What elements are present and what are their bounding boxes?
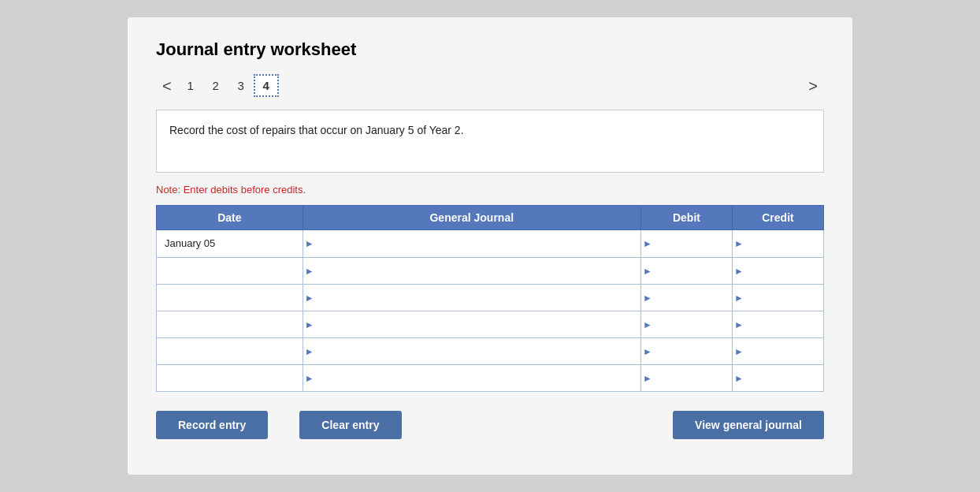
debit-input[interactable] <box>643 258 732 284</box>
credit-input[interactable] <box>734 338 823 364</box>
arrow-icon: ► <box>734 293 744 304</box>
date-cell: January 05 <box>157 230 303 258</box>
arrow-icon: ► <box>734 319 744 330</box>
debit-input[interactable] <box>643 285 732 311</box>
date-cell <box>157 285 303 311</box>
journal-cell[interactable]: ► <box>303 365 640 392</box>
record-entry-button[interactable]: Record entry <box>156 411 268 439</box>
instruction-text: Record the cost of repairs that occur on… <box>169 124 464 136</box>
journal-input[interactable] <box>305 338 640 364</box>
arrow-icon: ► <box>643 266 652 277</box>
arrow-icon: ► <box>734 238 744 249</box>
date-value: January 05 <box>157 230 303 257</box>
debit-cell[interactable]: ► <box>640 365 732 392</box>
debit-input[interactable] <box>643 230 732 257</box>
nav-item-1[interactable]: 1 <box>178 76 203 95</box>
date-cell <box>157 338 303 365</box>
col-header-debit: Debit <box>640 206 732 230</box>
journal-cell[interactable]: ► <box>303 338 640 365</box>
nav-row: < 1 2 3 4 > <box>156 74 824 97</box>
nav-item-4[interactable]: 4 <box>254 74 279 97</box>
arrow-icon: ► <box>643 319 652 330</box>
table-row: January 05 ► ► ► <box>157 230 824 258</box>
arrow-icon: ► <box>305 293 314 304</box>
debit-cell[interactable]: ► <box>640 258 732 285</box>
credit-input[interactable] <box>734 285 823 311</box>
credit-input[interactable] <box>734 311 823 337</box>
journal-entry-worksheet: Journal entry worksheet < 1 2 3 4 > Reco… <box>128 17 852 475</box>
table-row: ► ► ► <box>157 258 824 285</box>
debit-cell[interactable]: ► <box>640 285 732 311</box>
arrow-icon: ► <box>305 373 314 384</box>
journal-input[interactable] <box>305 230 640 257</box>
note-text: Note: Enter debits before credits. <box>156 184 824 196</box>
debit-input[interactable] <box>643 338 732 364</box>
debit-input[interactable] <box>643 311 732 337</box>
arrow-icon: ► <box>305 346 314 357</box>
arrow-icon: ► <box>643 238 652 249</box>
view-general-journal-button[interactable]: View general journal <box>673 411 824 439</box>
debit-input[interactable] <box>643 365 732 391</box>
credit-cell[interactable]: ► <box>732 311 823 338</box>
arrow-icon: ► <box>305 319 314 330</box>
credit-cell[interactable]: ► <box>732 365 823 392</box>
date-cell <box>157 311 303 338</box>
clear-entry-button[interactable]: Clear entry <box>299 411 401 439</box>
arrow-icon: ► <box>643 346 652 357</box>
nav-item-2[interactable]: 2 <box>203 76 228 95</box>
arrow-icon: ► <box>734 266 744 277</box>
credit-input[interactable] <box>734 365 823 391</box>
journal-cell[interactable]: ► <box>303 258 640 285</box>
nav-next-button[interactable]: > <box>802 76 824 95</box>
debit-cell[interactable]: ► <box>640 311 732 338</box>
credit-input[interactable] <box>734 230 823 257</box>
table-row: ► ► ► <box>157 338 824 365</box>
arrow-icon: ► <box>734 373 744 384</box>
table-row: ► ► ► <box>157 311 824 338</box>
journal-cell[interactable]: ► <box>303 230 640 258</box>
table-row: ► ► ► <box>157 365 824 392</box>
col-header-credit: Credit <box>732 206 823 230</box>
credit-input[interactable] <box>734 258 823 284</box>
col-header-date: Date <box>157 206 303 230</box>
page-title: Journal entry worksheet <box>156 39 824 60</box>
col-header-journal: General Journal <box>303 206 640 230</box>
journal-input[interactable] <box>305 365 640 391</box>
nav-item-3[interactable]: 3 <box>228 76 254 95</box>
date-cell <box>157 365 303 392</box>
nav-prev-button[interactable]: < <box>156 76 178 95</box>
button-row: Record entry Clear entry View general jo… <box>156 411 824 439</box>
debit-cell[interactable]: ► <box>640 230 732 258</box>
journal-cell[interactable]: ► <box>303 285 640 311</box>
journal-table: Date General Journal Debit Credit Januar… <box>156 205 824 392</box>
arrow-icon: ► <box>305 238 314 249</box>
credit-cell[interactable]: ► <box>732 230 823 258</box>
journal-input[interactable] <box>305 311 640 337</box>
instruction-box: Record the cost of repairs that occur on… <box>156 110 824 173</box>
credit-cell[interactable]: ► <box>732 258 823 285</box>
debit-cell[interactable]: ► <box>640 338 732 365</box>
table-row: ► ► ► <box>157 285 824 311</box>
arrow-icon: ► <box>643 373 652 384</box>
date-cell <box>157 258 303 285</box>
arrow-icon: ► <box>734 346 744 357</box>
credit-cell[interactable]: ► <box>732 285 823 311</box>
journal-input[interactable] <box>305 285 640 311</box>
journal-input[interactable] <box>305 258 640 284</box>
credit-cell[interactable]: ► <box>732 338 823 365</box>
arrow-icon: ► <box>305 266 314 277</box>
arrow-icon: ► <box>643 293 652 304</box>
journal-cell[interactable]: ► <box>303 311 640 338</box>
